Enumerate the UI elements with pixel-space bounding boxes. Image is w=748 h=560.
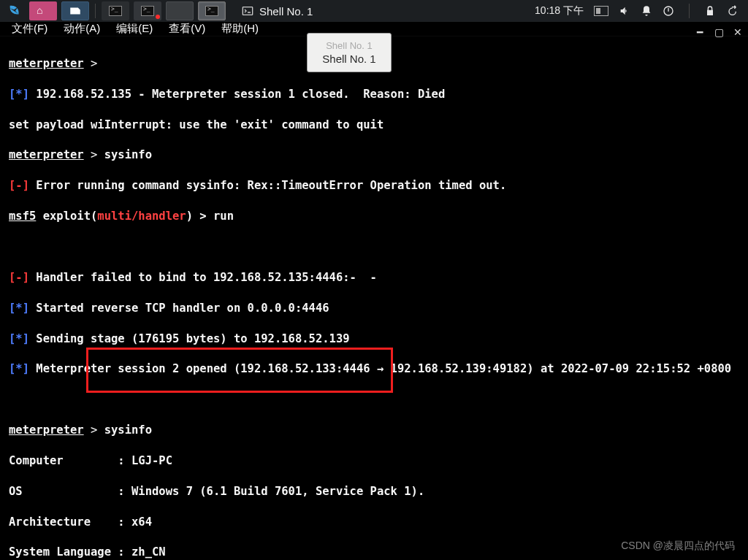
desktop-panel: ⌂ Shell No. 1 10:18 下午 — [0, 0, 748, 22]
tab-current-label: Shell No. 1 — [322, 53, 375, 65]
active-window-title-text: Shell No. 1 — [259, 5, 313, 18]
terminal-window: ━ ▢ ✕ 文件(F) 动作(A) 编辑(E) 查看(V) 帮助(H) mete… — [0, 22, 748, 560]
taskbar-win-3[interactable] — [166, 1, 194, 20]
taskbar-win-active[interactable] — [198, 1, 226, 20]
prompt: meterpreter — [9, 57, 84, 70]
line-interrupt: set payload wiInterrupt: use the 'exit' … — [9, 118, 739, 133]
window-tab[interactable]: Shell No. 1 Shell No. 1 — [307, 33, 392, 72]
taskbar-windows — [100, 1, 227, 20]
clock[interactable]: 10:18 下午 — [535, 4, 584, 18]
workspace-indicator[interactable] — [594, 6, 608, 16]
sysinfo-os: OS : Windows 7 (6.1 Build 7601, Service … — [9, 484, 739, 499]
tray-separator — [689, 4, 690, 18]
panel-tray: 10:18 下午 — [535, 4, 745, 18]
tab-ghost-label: Shell No. 1 — [326, 40, 373, 51]
taskbar-win-1[interactable] — [102, 1, 129, 20]
bell-icon[interactable] — [641, 5, 652, 17]
watermark: CSDN @凌晨四点的代码 — [621, 540, 735, 553]
taskbar-app-2[interactable] — [61, 1, 89, 20]
power-icon[interactable] — [663, 5, 674, 17]
menu-action[interactable]: 动作(A) — [64, 22, 100, 36]
menu-edit[interactable]: 编辑(E) — [116, 22, 153, 36]
panel-separator — [95, 4, 96, 18]
logout-icon[interactable] — [726, 5, 738, 17]
volume-icon[interactable] — [619, 5, 630, 17]
terminal-output[interactable]: meterpreter > [*] 192.168.52.135 - Meter… — [0, 37, 748, 560]
svg-rect-0 — [243, 7, 252, 15]
sysinfo-computer: Computer : LGJ-PC — [9, 453, 739, 469]
menu-file[interactable]: 文件(F) — [12, 22, 47, 36]
lock-icon[interactable] — [704, 5, 716, 17]
menu-help[interactable]: 帮助(H) — [221, 22, 259, 36]
active-window-title: Shell No. 1 — [242, 5, 313, 18]
sysinfo-arch: Architecture : x64 — [9, 515, 739, 530]
terminal-icon — [242, 5, 253, 17]
app-menu-icon[interactable] — [3, 0, 28, 22]
taskbar-win-2[interactable] — [134, 1, 161, 20]
taskbar-app-1[interactable]: ⌂ — [29, 1, 57, 20]
menu-view[interactable]: 查看(V) — [169, 22, 205, 36]
taskbar-apps: ⌂ — [28, 1, 91, 20]
